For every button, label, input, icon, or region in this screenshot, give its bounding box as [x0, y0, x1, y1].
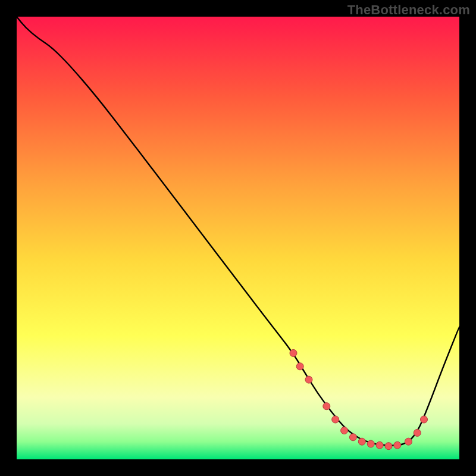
highlight-dot [332, 416, 339, 423]
highlight-dot [305, 376, 312, 383]
highlight-dot [421, 416, 428, 423]
highlight-dot [358, 438, 365, 445]
highlight-dot [405, 438, 412, 445]
highlight-dot [414, 429, 421, 436]
watermark-text: TheBottleneck.com [347, 2, 470, 18]
highlight-dot [296, 363, 303, 370]
highlight-dot [341, 427, 348, 434]
highlight-dot [394, 441, 401, 449]
plot-area [17, 17, 459, 459]
highlight-dot [290, 349, 297, 356]
highlight-dot [385, 443, 392, 450]
highlight-dot [349, 434, 356, 441]
chart-svg [17, 17, 459, 459]
gradient-background [17, 17, 459, 459]
highlight-dot [323, 403, 330, 410]
highlight-dot [367, 440, 374, 447]
highlight-dot [376, 441, 383, 449]
chart-frame: TheBottleneck.com [0, 0, 476, 476]
